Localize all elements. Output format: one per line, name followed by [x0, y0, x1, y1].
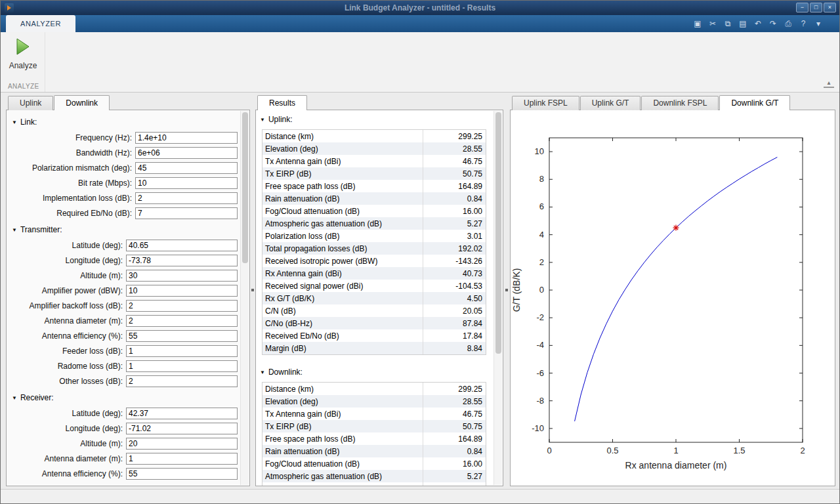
input-frequency-hz[interactable] [135, 132, 238, 144]
copy-icon[interactable]: ⧉ [721, 17, 734, 30]
save-icon[interactable]: ▣ [691, 17, 704, 30]
tab-uplink[interactable]: Uplink [8, 96, 53, 110]
collapse-ribbon-icon[interactable] [824, 79, 834, 88]
result-value: 46.75 [423, 155, 486, 167]
tab-downlink-fspl[interactable]: Downlink FSPL [641, 96, 719, 110]
table-row[interactable]: Received isotropic power (dBW)-143.26 [262, 255, 486, 267]
input-latitude-deg[interactable] [126, 240, 238, 251]
print-icon[interactable]: ⎙ [782, 17, 795, 30]
table-row[interactable]: Elevation (deg)28.55 [262, 395, 486, 408]
input-altitude-m[interactable] [126, 438, 238, 450]
result-value: 28.55 [423, 142, 486, 155]
input-antenna-diameter-m[interactable] [126, 315, 238, 327]
input-antenna-efficiency[interactable] [126, 330, 238, 342]
parameters-scrollbar[interactable] [240, 111, 249, 485]
result-name: Atmospheric gas attenuation (dB) [262, 217, 423, 230]
tab-uplink-fspl[interactable]: Uplink FSPL [512, 96, 579, 110]
section-header-link[interactable]: ▼Link: [10, 114, 238, 130]
result-name: Polarization loss (dB) [262, 230, 423, 242]
table-row[interactable]: Free space path loss (dB)164.89 [262, 180, 486, 192]
collapse-triangle-icon: ▼ [260, 117, 265, 123]
input-polarization-mismatch-deg[interactable] [135, 162, 238, 174]
input-radome-loss-db[interactable] [126, 360, 238, 372]
cut-icon[interactable]: ✂ [706, 17, 719, 30]
ribbon-tab-analyzer[interactable]: ANALYZER [6, 15, 75, 32]
table-row[interactable]: Total propagation losses (dB)192.02 [262, 242, 486, 255]
table-row[interactable]: Polarization loss (dB)3.01 [262, 230, 486, 242]
input-feeder-loss-db[interactable] [126, 345, 238, 357]
scrollbar-thumb[interactable] [242, 112, 248, 263]
analyze-section: Analyze ANALYZE [1, 32, 45, 92]
table-row[interactable]: Received signal power (dBi)-104.53 [262, 280, 486, 292]
table-row[interactable]: Rain attenuation (dB)0.84 [262, 445, 486, 457]
form-row: Polarization mismatch (deg): [10, 160, 238, 175]
results-panel: Results ▼Uplink:Distance (km)299.25Eleva… [255, 95, 503, 486]
tab-uplink-g-t[interactable]: Uplink G/T [580, 96, 641, 110]
table-row[interactable]: Tx Antenna gain (dBi)46.75 [262, 408, 486, 420]
input-other-losses-db[interactable] [126, 375, 238, 387]
table-row[interactable]: Rain attenuation (dB)0.84 [262, 192, 486, 205]
section-header-receiver[interactable]: ▼Receiver: [10, 390, 238, 406]
table-row[interactable]: Atmospheric gas attenuation (dB)5.27 [262, 470, 486, 482]
input-longitude-deg[interactable] [126, 255, 238, 266]
table-row[interactable]: C/N (dB)20.05 [262, 304, 486, 317]
form-row: Amplifier backoff loss (dB): [10, 298, 238, 313]
tab-results[interactable]: Results [257, 95, 307, 110]
input-implementation-loss-db[interactable] [135, 192, 238, 204]
table-row[interactable]: C/No (dB-Hz)87.84 [262, 317, 486, 329]
input-antenna-diameter-m[interactable] [126, 453, 238, 465]
analyze-button[interactable]: Analyze [7, 37, 39, 78]
result-value: 40.73 [423, 267, 486, 280]
input-longitude-deg[interactable] [126, 423, 238, 434]
input-bit-rate-mbps[interactable] [135, 177, 238, 189]
status-bar [1, 489, 839, 503]
section-header-transmitter[interactable]: ▼Transmitter: [10, 222, 238, 238]
results-group-header[interactable]: ▼Downlink: [256, 364, 503, 380]
result-value: 17.84 [423, 329, 486, 342]
results-group-header[interactable]: ▼Uplink: [256, 112, 503, 127]
input-amplifier-backoff-loss-db[interactable] [126, 300, 238, 312]
result-value: 28.55 [423, 395, 486, 408]
run-icon [15, 37, 31, 56]
results-scrollbar[interactable] [494, 111, 502, 485]
undo-icon[interactable]: ↶ [751, 17, 765, 30]
table-row[interactable]: Tx EIRP (dB)50.75 [262, 167, 486, 180]
svg-text:G/T (dB/K): G/T (dB/K) [511, 268, 522, 312]
table-row[interactable]: Rx G/T (dB/K)4.50 [262, 292, 486, 304]
table-row[interactable]: Fog/Cloud attenuation (dB)16.00 [262, 205, 486, 217]
table-row[interactable]: Atmospheric gas attenuation (dB)5.27 [262, 217, 486, 230]
splitter-handle[interactable] [505, 289, 508, 291]
scrollbar-thumb[interactable] [495, 112, 501, 354]
table-row[interactable]: Elevation (deg)28.55 [262, 142, 486, 155]
result-name: Tx Antenna gain (dBi) [262, 408, 423, 420]
input-latitude-deg[interactable] [126, 408, 238, 419]
splitter-handle[interactable] [251, 289, 254, 291]
result-value: 164.89 [423, 432, 486, 445]
table-row[interactable]: Received Eb/No (dB)17.84 [262, 329, 486, 342]
dropdown-icon[interactable]: ▾ [812, 17, 825, 30]
table-row[interactable]: Distance (km)299.25 [262, 383, 486, 395]
table-row[interactable]: Tx Antenna gain (dBi)46.75 [262, 155, 486, 167]
downlink-gt-plot: 00.511.52-10-8-6-4-20246810Rx antenna di… [511, 110, 835, 486]
input-altitude-m[interactable] [126, 270, 238, 282]
table-row[interactable]: Polarization loss (dB)3.01 [262, 482, 486, 486]
maximize-button[interactable]: □ [810, 3, 822, 12]
input-amplifier-power-dbw[interactable] [126, 285, 238, 297]
table-row[interactable]: Rx Antenna gain (dBi)40.73 [262, 267, 486, 280]
table-row[interactable]: Margin (dB)8.84 [262, 342, 486, 354]
input-antenna-efficiency[interactable] [126, 468, 238, 480]
table-row[interactable]: Fog/Cloud attenuation (dB)16.00 [262, 457, 486, 470]
redo-icon[interactable]: ↷ [766, 17, 780, 30]
input-required-eb-no-db[interactable] [135, 207, 238, 219]
close-button[interactable]: × [824, 3, 836, 12]
table-row[interactable]: Free space path loss (dB)164.89 [262, 432, 486, 445]
input-bandwidth-hz[interactable] [135, 147, 238, 159]
tab-downlink-g-t[interactable]: Downlink G/T [719, 95, 790, 110]
tab-downlink[interactable]: Downlink [54, 95, 110, 110]
help-icon[interactable]: ? [797, 17, 810, 30]
result-name: Distance (km) [262, 130, 423, 142]
minimize-button[interactable]: − [796, 3, 808, 12]
paste-icon[interactable]: ▤ [736, 17, 749, 30]
table-row[interactable]: Tx EIRP (dB)50.75 [262, 420, 486, 432]
table-row[interactable]: Distance (km)299.25 [262, 130, 486, 142]
